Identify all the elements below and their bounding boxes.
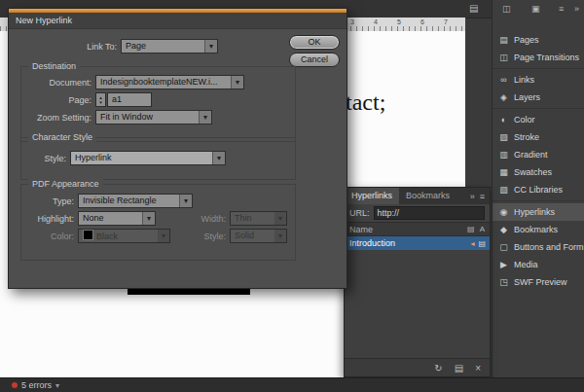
dock-item-label: Gradient bbox=[514, 150, 548, 160]
dock-item-label: Buttons and Forms bbox=[514, 242, 584, 252]
stroke-icon: ▨ bbox=[498, 132, 509, 142]
hyperlinks-panel: Hyperlinks Bookmarks » ≡ URL: http:// Na… bbox=[344, 187, 491, 377]
gradient-icon: ▥ bbox=[498, 150, 509, 160]
chevron-down-icon: ▾ bbox=[274, 230, 286, 242]
zoom-setting-select[interactable]: Fit in Window ▾ bbox=[95, 110, 212, 125]
media-icon: ▶ bbox=[498, 260, 509, 269]
style-label: Style: bbox=[23, 152, 66, 166]
dock-item-label: Page Transitions bbox=[514, 53, 579, 62]
character-style-group: Character Style Style: Hyperlink ▾ bbox=[20, 137, 296, 180]
dock-item-media[interactable]: ▶ Media bbox=[493, 256, 584, 273]
hyperlinks-list-header: Name ▤ A bbox=[345, 222, 490, 236]
ok-button[interactable]: OK bbox=[289, 35, 340, 50]
double-chevron-icon[interactable]: » bbox=[470, 192, 475, 201]
new-hyperlink-icon[interactable]: ▤ bbox=[455, 363, 463, 374]
collapse-panels-icon[interactable]: » bbox=[574, 4, 579, 14]
chevron-down-icon: ▾ bbox=[231, 76, 243, 89]
dock-item-swatches[interactable]: ▦ Swatches bbox=[493, 163, 584, 181]
delete-hyperlink-icon[interactable]: × bbox=[475, 363, 481, 374]
dock-group-color: ◐ Color ▨ Stroke ▥ Gradient ▦ Swatches ▧… bbox=[493, 108, 584, 200]
character-style-select[interactable]: Hyperlink ▾ bbox=[70, 151, 226, 165]
document-select[interactable]: IndesignbooktemplateNEW.i... ▾ bbox=[95, 75, 244, 89]
screen-mode-icon[interactable]: ◫ bbox=[502, 4, 511, 14]
tab-bookmarks[interactable]: Bookmarks bbox=[399, 188, 456, 204]
update-hyperlinks-icon[interactable]: ↻ bbox=[434, 363, 442, 374]
dock-group-links: ∞ Links ◈ Layers bbox=[493, 68, 584, 108]
link-to-label: Link To: bbox=[51, 40, 117, 54]
dock-item-page-transitions[interactable]: ◫ Page Transitions bbox=[493, 49, 584, 66]
selected-value: Fit in Window bbox=[100, 112, 153, 122]
selected-value: Solid bbox=[235, 231, 254, 240]
pdf-style-label: Style: bbox=[177, 230, 226, 244]
arrange-documents-icon[interactable]: ▣ bbox=[531, 4, 540, 14]
pdf-style-select: Solid ▾ bbox=[230, 229, 287, 243]
ruler-number: 4 bbox=[374, 18, 378, 25]
panel-menu-icon[interactable]: ≡ bbox=[480, 192, 485, 201]
url-label: URL: bbox=[349, 208, 370, 218]
dock-group-pages: ▤ Pages ◫ Page Transitions bbox=[493, 29, 584, 68]
pages-icon: ▤ bbox=[498, 35, 509, 45]
highlight-select[interactable]: None ▾ bbox=[78, 211, 156, 226]
cancel-button[interactable]: Cancel bbox=[289, 53, 340, 67]
preflight-error-count[interactable]: 5 errors bbox=[21, 380, 52, 390]
dock-item-label: Hyperlinks bbox=[514, 207, 555, 217]
character-style-legend: Character Style bbox=[28, 132, 96, 143]
dock-item-pages[interactable]: ▤ Pages bbox=[493, 31, 584, 49]
page-transitions-icon: ◫ bbox=[498, 53, 509, 62]
dock-item-links[interactable]: ∞ Links bbox=[493, 71, 584, 89]
workspace-menu-icon[interactable]: ≡ bbox=[559, 4, 564, 14]
selected-value: Thin bbox=[235, 213, 252, 223]
layers-icon: ◈ bbox=[498, 92, 509, 102]
dock-item-buttons-and-forms[interactable]: ▢ Buttons and Forms bbox=[493, 238, 584, 256]
chevron-down-icon[interactable]: ▾ bbox=[55, 381, 59, 390]
dock-item-cc-libraries[interactable]: ▧ CC Libraries bbox=[493, 181, 584, 198]
color-icon: ◐ bbox=[498, 115, 509, 125]
chevron-down-icon: ▾ bbox=[142, 212, 155, 225]
selected-value: Hyperlink bbox=[75, 153, 112, 162]
links-icon: ∞ bbox=[498, 75, 509, 85]
color-select: Black ▾ bbox=[78, 229, 170, 243]
view-options-icon[interactable]: ▤ bbox=[469, 3, 478, 14]
color-label: Color: bbox=[23, 230, 74, 244]
selected-value: None bbox=[83, 213, 104, 223]
black-swatch bbox=[83, 230, 93, 240]
swf-preview-icon: ◳ bbox=[498, 277, 509, 287]
buttons-and-forms-icon: ▢ bbox=[498, 242, 509, 252]
swatches-icon: ▦ bbox=[498, 167, 509, 177]
dock-item-label: Media bbox=[514, 260, 538, 269]
document-label: Document: bbox=[23, 76, 91, 90]
page-input[interactable]: a1 bbox=[107, 92, 152, 107]
chevron-down-icon: ▾ bbox=[199, 111, 211, 124]
url-input[interactable]: http:// bbox=[374, 206, 485, 220]
dock-item-label: Bookmarks bbox=[514, 225, 558, 234]
dock-item-label: Swatches bbox=[514, 167, 552, 177]
panel-dock: ◫ ▣ ≡ » ▤ Pages ◫ Page Transitions ∞ Lin… bbox=[492, 0, 584, 377]
hyperlink-name: Introduction bbox=[349, 238, 466, 248]
hyperlink-row[interactable]: Introduction ◂ ▤ bbox=[345, 236, 490, 250]
ruler-number: 7 bbox=[444, 18, 448, 25]
pdf-appearance-legend: PDF Appearance bbox=[28, 179, 103, 190]
link-to-select[interactable]: Page ▾ bbox=[121, 39, 218, 53]
new-hyperlink-dialog: New Hyperlink Link To: Page ▾ OK Cancel … bbox=[8, 8, 347, 289]
chevron-down-icon: ▾ bbox=[274, 212, 286, 225]
selected-value: Black bbox=[96, 232, 118, 241]
dock-item-bookmarks[interactable]: ◆ Bookmarks bbox=[493, 221, 584, 238]
dock-item-label: Links bbox=[514, 75, 534, 85]
spinner-down-icon[interactable]: ▾ bbox=[99, 100, 102, 105]
preflight-error-icon bbox=[12, 382, 18, 388]
dock-item-hyperlinks[interactable]: ◉ Hyperlinks bbox=[493, 203, 584, 221]
dock-item-gradient[interactable]: ▥ Gradient bbox=[493, 146, 584, 163]
goto-source-icon[interactable]: ◂ bbox=[470, 239, 474, 248]
tab-hyperlinks[interactable]: Hyperlinks bbox=[345, 188, 399, 204]
page-stepper[interactable]: ▴ ▾ bbox=[95, 92, 106, 107]
bookmarks-icon: ◆ bbox=[498, 225, 509, 234]
dialog-title[interactable]: New Hyperlink bbox=[9, 13, 347, 29]
dock-item-swf-preview[interactable]: ◳ SWF Preview bbox=[493, 273, 584, 291]
dock-item-stroke[interactable]: ▨ Stroke bbox=[493, 128, 584, 146]
document-text-fragment[interactable]: tact; bbox=[346, 89, 385, 116]
dock-item-label: CC Libraries bbox=[514, 185, 563, 195]
type-select[interactable]: Invisible Rectangle ▾ bbox=[78, 194, 193, 208]
dock-item-layers[interactable]: ◈ Layers bbox=[493, 89, 584, 106]
pdf-appearance-group: PDF Appearance Type: Invisible Rectangle… bbox=[20, 184, 296, 261]
dock-item-color[interactable]: ◐ Color bbox=[493, 111, 584, 128]
